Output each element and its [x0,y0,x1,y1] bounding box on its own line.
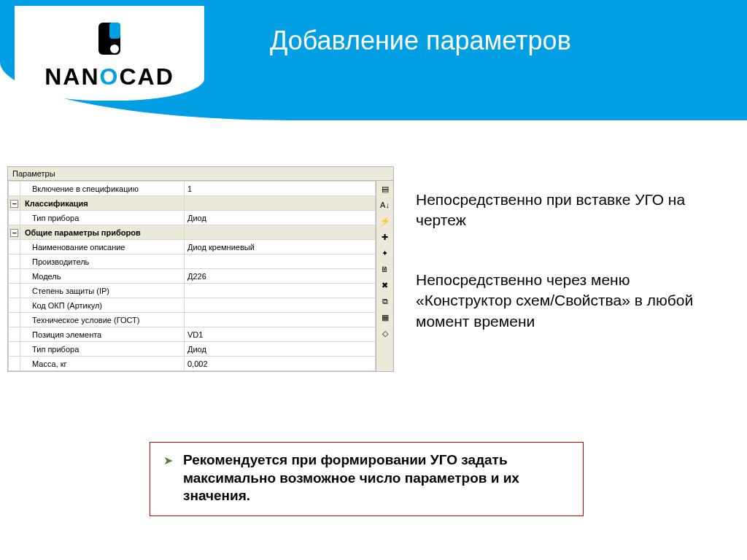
add-icon: ✚ [382,233,388,242]
table-row[interactable]: Масса, кг0,002 [9,357,376,371]
collapse-icon[interactable]: − [10,200,18,208]
logo-area: NANOCAD [15,6,204,101]
param-name-cell: Техническое условие (ГОСТ) [20,313,185,327]
param-name-cell: Позиция элемента [20,327,185,342]
param-value-cell[interactable]: Д226 [185,269,376,284]
expand-cell [9,327,20,342]
table-row[interactable]: Позиция элементаVD1 [9,327,376,342]
brand-logo-icon [88,17,131,61]
categorize-icon: ▤ [382,184,389,194]
expand-cell [9,313,20,327]
panel-title: Параметры [8,167,393,181]
param-value-cell[interactable] [185,284,376,298]
collapse-icon[interactable]: − [10,229,18,237]
expand-cell[interactable]: − [9,225,20,240]
param-value-cell[interactable]: Диод кремниевый [185,240,376,254]
sort-az-button[interactable]: A↓ [379,198,392,211]
table-row[interactable]: Код ОКП (Артикул) [9,298,376,313]
table-row[interactable]: Степень защиты (IP) [9,284,376,298]
copy-button[interactable]: ⧉ [379,295,392,308]
props-icon: 🗎 [381,265,389,273]
apply-icon: ▦ [382,313,389,322]
props-button[interactable]: 🗎 [379,262,392,276]
table-row[interactable]: Техническое условие (ГОСТ) [9,313,376,327]
param-name-cell: Включение в спецификацию [20,182,185,196]
table-row[interactable]: Тип прибораДиод [9,211,376,225]
delete-icon: ✖ [382,281,388,290]
param-name-cell: Код ОКП (Артикул) [20,298,185,313]
parameters-panel: Параметры Включение в спецификацию1−Клас… [7,166,394,372]
table-row[interactable]: Производитель [9,254,376,269]
brand-wordmark: NANOCAD [44,63,174,90]
add-button[interactable]: ✚ [379,230,392,244]
table-row[interactable]: Включение в спецификацию1 [9,182,376,196]
spark-icon: ✦ [382,249,388,258]
delete-button[interactable]: ✖ [379,279,392,292]
categorize-button[interactable]: ▤ [379,182,392,195]
expand-cell[interactable]: − [9,196,20,211]
param-value-cell[interactable] [185,254,376,269]
panel-toolbar: ▤A↓⚡✚✦🗎✖⧉▦◇ [376,181,393,371]
param-name-cell: Тип прибора [20,342,185,357]
expand-cell [9,357,20,371]
bullet-icon: ➤ [163,454,173,467]
sort-az-icon: A↓ [380,201,390,209]
expand-cell [9,211,20,225]
filter-button[interactable]: ⚡ [379,214,392,228]
expand-cell [9,240,20,254]
param-name-cell: Степень защиты (IP) [20,284,185,298]
slide-title: Добавление параметров [270,26,571,56]
expand-cell [9,254,20,269]
param-value-cell [185,196,376,211]
param-value-cell[interactable]: VD1 [185,327,376,342]
param-value-cell[interactable] [185,313,376,327]
recommendation-box: ➤ Рекомендуется при формировании УГО зад… [150,442,584,516]
param-name-cell: Модель [20,269,185,284]
svg-point-2 [110,44,119,53]
param-name-cell: Масса, кг [20,357,185,371]
param-value-cell[interactable]: Диод [185,342,376,357]
expand-cell [9,342,20,357]
param-value-cell[interactable] [185,298,376,313]
note-insert-on-drawing: Непосредственно при вставке УГО на черте… [416,190,729,231]
table-row[interactable]: Тип прибораДиод [9,342,376,357]
clear-button[interactable]: ◇ [379,327,392,340]
param-value-cell [185,225,376,240]
param-name-cell: Тип прибора [20,211,185,225]
parameters-grid: Включение в спецификацию1−КлассификацияТ… [8,181,376,371]
apply-button[interactable]: ▦ [379,311,392,324]
filter-icon: ⚡ [380,217,390,226]
table-row[interactable]: Наименование описаниеДиод кремниевый [9,240,376,254]
param-name-cell: Классификация [20,196,185,211]
table-row[interactable]: МодельД226 [9,269,376,284]
param-value-cell[interactable]: 1 [185,182,376,196]
slide-header: NANOCAD Добавление параметров [0,0,747,120]
table-row[interactable]: −Классификация [9,196,376,211]
expand-cell [9,298,20,313]
clear-icon: ◇ [382,329,388,338]
expand-cell [9,284,20,298]
param-name-cell: Производитель [20,254,185,269]
param-name-cell: Наименование описание [20,240,185,254]
spark-button[interactable]: ✦ [379,246,392,260]
expand-cell [9,269,20,284]
svg-rect-1 [109,23,120,39]
copy-icon: ⧉ [382,297,388,306]
param-value-cell[interactable]: Диод [185,211,376,225]
note-via-menu: Непосредственно через меню «Конструктор … [416,270,729,332]
recommendation-text: Рекомендуется при формировании УГО задат… [183,451,570,505]
table-row[interactable]: −Общие параметры приборов [9,225,376,240]
expand-cell [9,182,20,196]
param-name-cell: Общие параметры приборов [20,225,185,240]
param-value-cell[interactable]: 0,002 [185,357,376,371]
